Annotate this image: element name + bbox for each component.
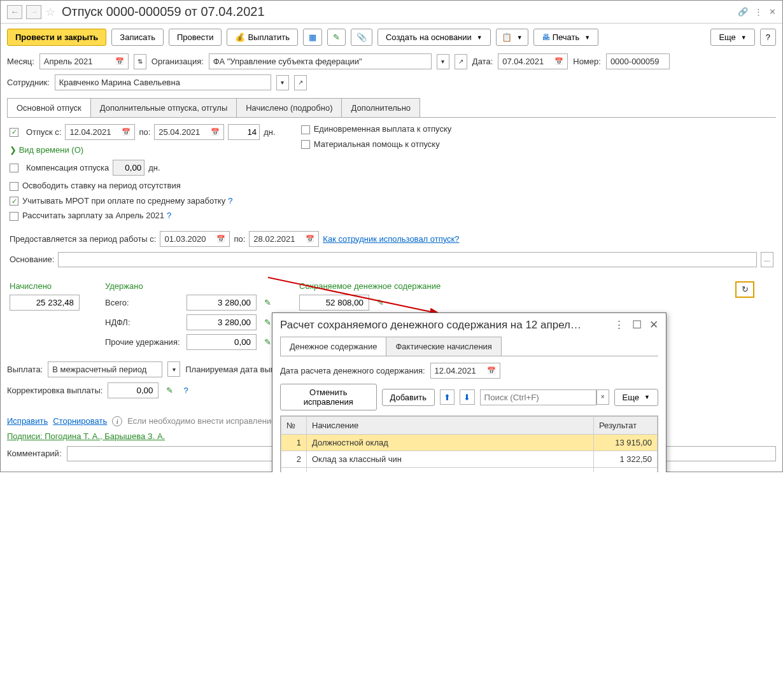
doc-icon-button[interactable]: ▦ bbox=[303, 29, 322, 46]
calendar-icon[interactable]: 📅 bbox=[122, 128, 130, 136]
copy-icon-button[interactable]: 📋▼ bbox=[496, 29, 528, 46]
org-dropdown[interactable]: ▾ bbox=[437, 54, 449, 69]
calc-date-input[interactable]: 12.04.2021📅 bbox=[430, 363, 500, 379]
search-input[interactable] bbox=[480, 389, 596, 405]
dialog-close-icon[interactable]: ✕ bbox=[649, 318, 658, 332]
pencil-icon[interactable]: ✎ bbox=[166, 386, 173, 395]
lumpsum-checkbox[interactable] bbox=[301, 125, 310, 134]
basis-input[interactable] bbox=[58, 252, 757, 267]
basis-select[interactable]: … bbox=[761, 252, 773, 267]
accrued-value[interactable] bbox=[10, 295, 80, 311]
payment-dropdown[interactable]: ▾ bbox=[167, 361, 180, 377]
tab-accrued[interactable]: Начислено (подробно) bbox=[236, 98, 342, 117]
pencil-icon[interactable]: ✎ bbox=[264, 298, 271, 307]
add-button[interactable]: Добавить bbox=[382, 389, 435, 406]
other-label: Прочие удержания: bbox=[105, 337, 181, 347]
release-checkbox[interactable] bbox=[10, 182, 18, 191]
days-input[interactable] bbox=[228, 124, 260, 140]
total-value[interactable] bbox=[187, 295, 257, 311]
pencil-icon[interactable]: ✎ bbox=[264, 337, 271, 347]
save-button[interactable]: Записать bbox=[111, 29, 164, 46]
pencil-icon[interactable]: ✎ bbox=[377, 298, 384, 307]
create-based-button[interactable]: Создать на основании▼ bbox=[377, 29, 491, 46]
tab-extra[interactable]: Дополнительно bbox=[341, 98, 420, 117]
aid-checkbox[interactable] bbox=[301, 140, 310, 149]
table-row[interactable]: 2Оклад за классный чин1 322,50 bbox=[281, 451, 658, 468]
period-label: Предоставляется за период работы с: bbox=[10, 234, 156, 244]
help-icon[interactable]: ? bbox=[183, 386, 188, 395]
calendar-icon[interactable]: 📅 bbox=[306, 235, 314, 243]
org-open[interactable]: ↗ bbox=[455, 54, 467, 69]
dialog-tab-actual[interactable]: Фактические начисления bbox=[386, 337, 501, 356]
withheld-header: Удержано bbox=[105, 281, 274, 291]
period-from-input[interactable]: 01.03.2020📅 bbox=[160, 231, 230, 247]
correction-value[interactable] bbox=[108, 382, 159, 398]
ndfl-value[interactable] bbox=[187, 314, 257, 330]
more-button[interactable]: Еще▼ bbox=[710, 29, 754, 46]
calendar-icon[interactable]: 📅 bbox=[216, 235, 225, 243]
accrued-header: Начислено bbox=[10, 281, 80, 291]
employee-input[interactable]: Кравченко Марина Савельевна bbox=[55, 74, 271, 90]
how-used-link[interactable]: Как сотрудник использовал отпуск? bbox=[323, 234, 459, 244]
vacation-to-input[interactable]: 25.04.2021📅 bbox=[154, 124, 224, 140]
calc-salary-label: Рассчитать зарплату за Апрель 2021 bbox=[22, 211, 164, 220]
other-value[interactable] bbox=[187, 334, 257, 350]
calendar-icon[interactable]: 📅 bbox=[554, 57, 563, 66]
post-close-button[interactable]: Провести и закрыть bbox=[7, 29, 106, 46]
number-label: Номер: bbox=[573, 57, 601, 66]
date-input[interactable]: 07.04.2021📅 bbox=[498, 53, 568, 69]
move-up-button[interactable]: ⬆ bbox=[440, 389, 455, 405]
table-row[interactable]: 3Надбавка за особые условия службы1 391,… bbox=[281, 468, 658, 472]
calendar-icon[interactable]: 📅 bbox=[115, 57, 124, 66]
dialog-max-icon[interactable]: ☐ bbox=[632, 318, 642, 332]
cancel-fix-button[interactable]: Отменить исправления bbox=[280, 384, 377, 410]
tab-additional[interactable]: Дополнительные отпуска, отгулы bbox=[90, 98, 237, 117]
month-spinner[interactable]: ⇅ bbox=[134, 54, 146, 69]
menu-icon[interactable]: ⋮ bbox=[754, 7, 763, 17]
help-icon[interactable]: ? bbox=[228, 196, 232, 206]
help-button[interactable]: ? bbox=[760, 29, 776, 46]
org-input[interactable]: ФА "Управление субъекта федерации" bbox=[209, 53, 432, 69]
mrot-checkbox[interactable]: ✓ bbox=[10, 197, 18, 206]
tab-main[interactable]: Основной отпуск bbox=[7, 98, 91, 117]
period-to-input[interactable]: 28.02.2021📅 bbox=[249, 231, 319, 247]
compensation-checkbox[interactable] bbox=[10, 164, 18, 172]
search-clear[interactable]: × bbox=[596, 389, 609, 405]
nav-forward[interactable]: → bbox=[26, 5, 41, 19]
time-type-link[interactable]: ❯ Вид времени (О) bbox=[10, 145, 83, 155]
calendar-icon[interactable]: 📅 bbox=[487, 367, 496, 375]
payment-select[interactable]: В межрасчетный период bbox=[48, 361, 162, 377]
month-input[interactable]: Апрель 2021📅 bbox=[39, 53, 129, 69]
pay-button[interactable]: 💰Выплатить bbox=[227, 29, 298, 46]
reverse-link[interactable]: Сторнировать bbox=[53, 416, 107, 426]
table-row[interactable]: 1Должностной оклад13 915,00 bbox=[281, 435, 658, 451]
employee-dropdown[interactable]: ▾ bbox=[276, 75, 289, 90]
close-icon[interactable]: ✕ bbox=[769, 7, 776, 17]
calendar-icon[interactable]: 📅 bbox=[211, 128, 220, 136]
post-button[interactable]: Провести bbox=[169, 29, 222, 46]
signatures-link[interactable]: Подписи: Погодина Т. А., Барышева З. А. bbox=[7, 431, 165, 441]
calc-salary-checkbox[interactable] bbox=[10, 212, 18, 221]
favorite-icon[interactable]: ☆ bbox=[45, 5, 55, 19]
org-label: Организация: bbox=[152, 57, 204, 66]
vacation-from-input[interactable]: 12.04.2021📅 bbox=[65, 124, 135, 140]
move-down-button[interactable]: ⬇ bbox=[460, 389, 474, 405]
fix-link[interactable]: Исправить bbox=[7, 416, 48, 426]
attach-icon-button[interactable]: 📎 bbox=[351, 29, 372, 46]
help-icon[interactable]: ? bbox=[167, 211, 171, 220]
link-icon[interactable]: 🔗 bbox=[738, 7, 748, 17]
refresh-button[interactable]: ↻ bbox=[735, 281, 754, 298]
vacation-checkbox[interactable]: ✓ bbox=[10, 128, 18, 137]
print-button[interactable]: 🖶Печать▼ bbox=[533, 29, 599, 46]
dialog-menu-icon[interactable]: ⋮ bbox=[614, 318, 624, 332]
nav-back[interactable]: ← bbox=[7, 5, 22, 19]
edit-icon-button[interactable]: ✎ bbox=[327, 29, 346, 46]
pencil-icon[interactable]: ✎ bbox=[264, 318, 271, 327]
number-input[interactable]: 0000-000059 bbox=[606, 53, 670, 69]
dialog-tab-money[interactable]: Денежное содержание bbox=[280, 337, 386, 356]
employee-open[interactable]: ↗ bbox=[294, 75, 307, 90]
dialog-more-button[interactable]: Еще▼ bbox=[614, 389, 658, 406]
aid-label: Материальная помощь к отпуску bbox=[314, 139, 440, 149]
preserved-value[interactable] bbox=[299, 295, 369, 311]
vacation-from-label: Отпуск с: bbox=[26, 127, 61, 137]
